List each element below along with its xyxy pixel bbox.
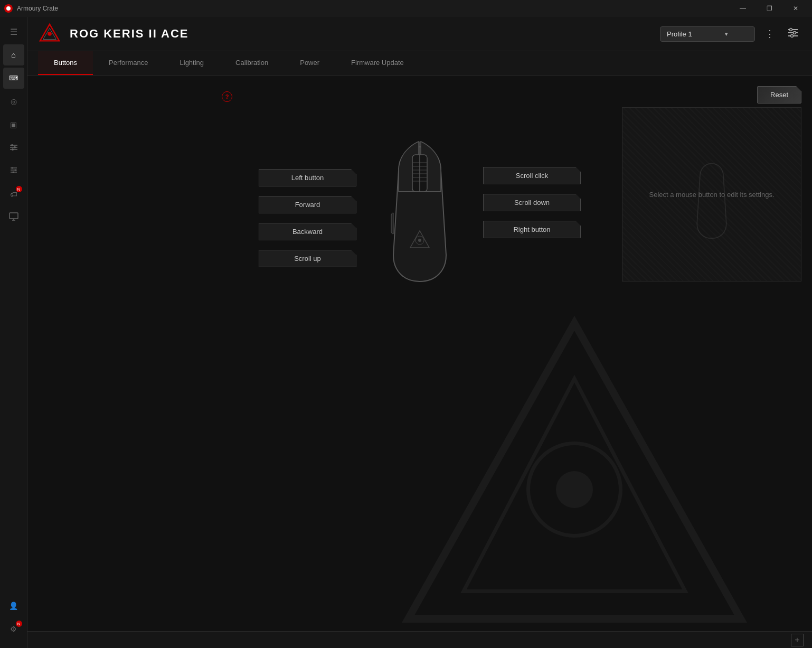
more-options-button[interactable]: ⋮ bbox=[761, 25, 778, 42]
svg-point-9 bbox=[12, 172, 14, 173]
titlebar-left: Armoury Crate bbox=[4, 4, 58, 13]
scroll-up-button[interactable]: Scroll up bbox=[259, 250, 356, 267]
sidebar-item-headset[interactable]: ◎ bbox=[3, 91, 24, 112]
svg-point-20 bbox=[528, 444, 621, 536]
left-button[interactable]: Left button bbox=[259, 169, 356, 186]
svg-point-19 bbox=[791, 34, 794, 37]
customize-button[interactable] bbox=[785, 25, 801, 42]
home-icon: ⌂ bbox=[11, 51, 15, 59]
header-right: Profile 1 ▼ ⋮ bbox=[660, 25, 801, 42]
svg-point-21 bbox=[556, 471, 593, 508]
tab-calibration[interactable]: Calibration bbox=[220, 51, 284, 75]
tag-icon: 🏷 bbox=[10, 190, 17, 199]
sidebar-item-user[interactable]: 👤 bbox=[3, 595, 24, 616]
rog-logo bbox=[38, 22, 61, 45]
header: ROG KERIS II ACE Profile 1 ▼ ⋮ bbox=[27, 17, 812, 51]
close-button[interactable]: ✕ bbox=[783, 0, 808, 17]
right-button[interactable]: Right button bbox=[483, 221, 581, 238]
sidebar-item-keyboard[interactable]: ⌨ bbox=[3, 68, 24, 89]
reset-button[interactable]: Reset bbox=[757, 86, 801, 104]
sidebar-item-camera[interactable]: ▣ bbox=[3, 114, 24, 135]
left-buttons-panel: Left button Forward Backward Scroll up bbox=[259, 169, 356, 267]
sidebar-item-home[interactable]: ⌂ bbox=[3, 44, 24, 65]
sliders-icon bbox=[9, 143, 18, 154]
profile-arrow-icon: ▼ bbox=[724, 31, 729, 37]
bottom-bar: + bbox=[27, 631, 812, 648]
svg-point-0 bbox=[6, 6, 11, 11]
forward-button[interactable]: Forward bbox=[259, 196, 356, 213]
minimize-button[interactable]: — bbox=[731, 0, 755, 17]
svg-point-18 bbox=[794, 31, 796, 34]
scroll-click-button[interactable]: Scroll click bbox=[483, 167, 581, 184]
camera-icon: ▣ bbox=[10, 120, 17, 129]
tab-lighting[interactable]: Lighting bbox=[164, 51, 220, 75]
svg-point-31 bbox=[418, 239, 421, 242]
profile-dropdown[interactable]: Profile 1 ▼ bbox=[660, 26, 755, 42]
titlebar-controls: — ❐ ✕ bbox=[731, 0, 808, 17]
device-name: ROG KERIS II ACE bbox=[70, 27, 189, 41]
tools-icon bbox=[9, 165, 18, 177]
more-options-icon: ⋮ bbox=[765, 28, 775, 40]
tab-performance[interactable]: Performance bbox=[93, 51, 164, 75]
sidebar: ☰ ⌂ ⌨ ◎ ▣ bbox=[0, 17, 27, 648]
scroll-down-button[interactable]: Scroll down bbox=[483, 194, 581, 211]
tabs: Buttons Performance Lighting Calibration… bbox=[27, 51, 812, 76]
customize-icon bbox=[787, 27, 799, 41]
sidebar-item-monitor[interactable] bbox=[3, 207, 24, 228]
header-left: ROG KERIS II ACE bbox=[38, 22, 189, 45]
main-content: ROG KERIS II ACE Profile 1 ▼ ⋮ bbox=[27, 17, 812, 648]
settings-badge: N bbox=[16, 621, 22, 627]
svg-point-8 bbox=[14, 170, 16, 171]
svg-point-7 bbox=[11, 167, 13, 169]
hamburger-icon: ☰ bbox=[10, 27, 17, 37]
profile-label: Profile 1 bbox=[667, 30, 692, 38]
titlebar: Armoury Crate — ❐ ✕ bbox=[0, 0, 812, 17]
svg-point-17 bbox=[790, 28, 792, 31]
bg-watermark bbox=[390, 305, 759, 648]
info-panel-message: Select a mouse button to edit its settin… bbox=[638, 180, 785, 209]
sidebar-item-hamburger[interactable]: ☰ bbox=[3, 21, 24, 42]
backward-button[interactable]: Backward bbox=[259, 223, 356, 240]
keyboard-icon: ⌨ bbox=[9, 74, 18, 82]
titlebar-title: Armoury Crate bbox=[17, 5, 58, 12]
app-layout: ☰ ⌂ ⌨ ◎ ▣ bbox=[0, 17, 812, 648]
svg-point-2 bbox=[11, 144, 13, 146]
tab-buttons[interactable]: Buttons bbox=[38, 51, 93, 75]
svg-point-4 bbox=[14, 146, 16, 148]
sidebar-item-sliders[interactable] bbox=[3, 137, 24, 158]
right-buttons-panel: Scroll click Scroll down Right button bbox=[483, 167, 581, 238]
content-area: Reset ? Left button Forward Backward Scr… bbox=[27, 76, 812, 648]
sidebar-item-settings[interactable]: ⚙ N bbox=[3, 618, 24, 640]
svg-point-13 bbox=[48, 32, 52, 36]
headset-icon: ◎ bbox=[11, 97, 17, 106]
tab-power[interactable]: Power bbox=[284, 51, 335, 75]
settings-icon: ⚙ bbox=[10, 625, 17, 633]
svg-point-6 bbox=[12, 148, 14, 151]
svg-rect-10 bbox=[10, 213, 18, 219]
sidebar-item-tag[interactable]: 🏷 N bbox=[3, 184, 24, 205]
app-icon bbox=[4, 4, 13, 13]
info-panel: Select a mouse button to edit its settin… bbox=[622, 107, 801, 281]
monitor-icon bbox=[9, 212, 18, 223]
help-icon[interactable]: ? bbox=[222, 91, 232, 102]
tag-badge: N bbox=[16, 186, 22, 192]
user-icon: 👤 bbox=[9, 602, 18, 610]
restore-button[interactable]: ❐ bbox=[757, 0, 781, 17]
tab-firmware[interactable]: Firmware Update bbox=[335, 51, 420, 75]
add-button[interactable]: + bbox=[791, 634, 804, 646]
sidebar-item-tools[interactable] bbox=[3, 161, 24, 182]
mouse-diagram bbox=[367, 102, 473, 303]
